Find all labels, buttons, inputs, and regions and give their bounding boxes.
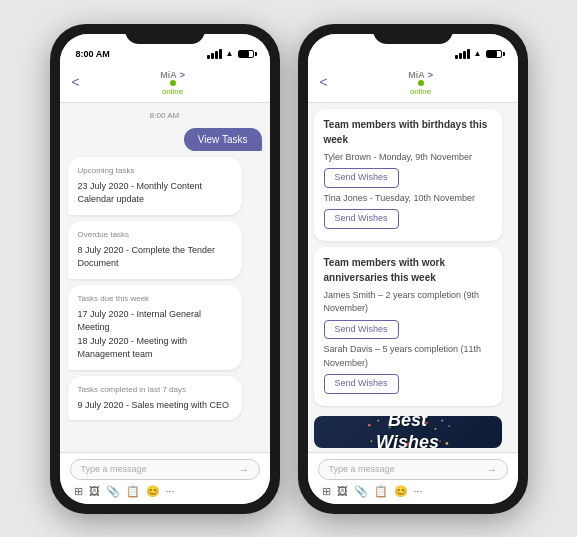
online-dot-left: [170, 80, 176, 86]
sarah-name: Sarah Davis – 5 years completion (11th N…: [324, 343, 492, 370]
status-right-left: ▲: [207, 49, 254, 59]
mia-name-right: MiA: [408, 70, 425, 80]
send-icon-right[interactable]: →: [487, 464, 497, 475]
header-center-right: MiA > online: [336, 68, 506, 96]
birthdays-heading: Team members with birthdays this week: [324, 117, 492, 147]
completed-tasks-bubble: Tasks completed in last 7 days 9 July 20…: [68, 376, 243, 421]
toolbar-left: ⊞ 🖼 📎 📋 😊 ···: [70, 485, 260, 498]
input-row-left: Type a message →: [70, 459, 260, 480]
status-right-right: ▲: [455, 49, 502, 59]
mia-name-left: MiA: [160, 70, 177, 80]
upcoming-item-1: 23 July 2020 - Monthly Content Calendar …: [78, 180, 233, 207]
online-dot-right: [418, 80, 424, 86]
attach-icon-left[interactable]: 📎: [106, 485, 120, 498]
status-time-left: 8:00 AM: [76, 49, 110, 59]
send-wishes-james[interactable]: Send Wishes: [324, 320, 399, 340]
emoji-icon-left[interactable]: 😊: [146, 485, 160, 498]
overdue-tasks-bubble: Overdue tasks 8 July 2020 - Complete the…: [68, 221, 243, 279]
toolbar-right: ⊞ 🖼 📎 📋 😊 ···: [318, 485, 508, 498]
anniversaries-bubble: Team members with work anniversaries thi…: [314, 247, 502, 406]
send-wishes-sarah[interactable]: Send Wishes: [324, 374, 399, 394]
phone-left: 8:00 AM ▲ <: [50, 24, 280, 514]
chat-header-left: < MiA > online: [60, 62, 270, 103]
birthdays-bubble: Team members with birthdays this week Ty…: [314, 109, 502, 241]
completed-title: Tasks completed in last 7 days: [78, 384, 233, 396]
svg-point-11: [445, 442, 448, 445]
svg-point-6: [441, 419, 443, 421]
due-week-item-1: 17 July 2020 - Internal General Meeting: [78, 308, 233, 335]
signal-bar1-r: [455, 55, 458, 59]
grid-icon-left[interactable]: ⊞: [74, 485, 83, 498]
anniversaries-heading: Team members with work anniversaries thi…: [324, 255, 492, 285]
phone-inner-left: 8:00 AM ▲ <: [60, 34, 270, 504]
send-icon-left[interactable]: →: [239, 464, 249, 475]
input-row-right: Type a message →: [318, 459, 508, 480]
header-name-left: MiA >: [88, 68, 258, 80]
signal-right: [455, 49, 470, 59]
tyler-name: Tyler Brown - Monday, 9th November: [324, 151, 492, 165]
header-name-right: MiA >: [336, 68, 506, 80]
time-label-left: 8:00 AM: [68, 111, 262, 120]
svg-point-7: [448, 425, 450, 427]
due-week-title: Tasks due this week: [78, 293, 233, 305]
battery-right: [486, 50, 502, 58]
best-wishes-card: Best Wishes: [314, 416, 502, 448]
svg-point-8: [370, 440, 372, 442]
more-icon-left[interactable]: ···: [166, 485, 175, 498]
signal-left: [207, 49, 222, 59]
battery-fill-left: [239, 51, 250, 57]
phone-inner-right: ▲ < MiA > online: [308, 34, 518, 504]
best-wishes-text-container: Best Wishes: [376, 416, 439, 448]
input-placeholder-right[interactable]: Type a message: [329, 464, 487, 474]
overdue-title: Overdue tasks: [78, 229, 233, 241]
chat-area-left: 8:00 AM View Tasks Upcoming tasks 23 Jul…: [60, 103, 270, 452]
image-icon-right[interactable]: 🖼: [337, 485, 348, 498]
upcoming-title: Upcoming tasks: [78, 165, 233, 177]
best-wishes-line2: Wishes: [376, 432, 439, 448]
best-wishes-line1: Best: [376, 416, 439, 432]
back-button-left[interactable]: <: [72, 74, 80, 90]
svg-point-0: [367, 423, 370, 426]
phone-right: ▲ < MiA > online: [298, 24, 528, 514]
send-wishes-tyler[interactable]: Send Wishes: [324, 168, 399, 188]
header-status-right: online: [336, 87, 506, 96]
message-input-area-right: Type a message → ⊞ 🖼 📎 📋 😊 ···: [308, 452, 518, 504]
upcoming-tasks-bubble: Upcoming tasks 23 July 2020 - Monthly Co…: [68, 157, 243, 215]
wifi-icon-left: ▲: [226, 49, 234, 58]
mia-chevron-right[interactable]: >: [428, 70, 433, 80]
header-status-left: online: [88, 87, 258, 96]
battery-fill-right: [487, 51, 498, 57]
input-placeholder-left[interactable]: Type a message: [81, 464, 239, 474]
james-name: James Smith – 2 years completion (9th No…: [324, 289, 492, 316]
note-icon-right[interactable]: 📋: [374, 485, 388, 498]
image-icon-left[interactable]: 🖼: [89, 485, 100, 498]
tina-name: Tina Jones - Tuesday, 10th November: [324, 192, 492, 206]
back-button-right[interactable]: <: [320, 74, 328, 90]
notch-right: [373, 24, 453, 44]
message-input-area-left: Type a message → ⊞ 🖼 📎 📋 😊 ···: [60, 452, 270, 504]
scene: 8:00 AM ▲ <: [30, 4, 548, 534]
mia-chevron-left[interactable]: >: [180, 70, 185, 80]
grid-icon-right[interactable]: ⊞: [322, 485, 331, 498]
attach-icon-right[interactable]: 📎: [354, 485, 368, 498]
signal-bar3: [215, 51, 218, 59]
emoji-icon-right[interactable]: 😊: [394, 485, 408, 498]
more-icon-right[interactable]: ···: [414, 485, 423, 498]
note-icon-left[interactable]: 📋: [126, 485, 140, 498]
signal-bar1: [207, 55, 210, 59]
overdue-item-1: 8 July 2020 - Complete the Tender Docume…: [78, 244, 233, 271]
view-tasks-bubble: View Tasks: [184, 128, 262, 151]
notch-left: [125, 24, 205, 44]
battery-left: [238, 50, 254, 58]
chat-area-right: Team members with birthdays this week Ty…: [308, 103, 518, 452]
signal-bar4: [219, 49, 222, 59]
due-this-week-bubble: Tasks due this week 17 July 2020 - Inter…: [68, 285, 243, 370]
signal-bar2-r: [459, 53, 462, 59]
signal-bar2: [211, 53, 214, 59]
header-center-left: MiA > online: [88, 68, 258, 96]
due-week-item-2: 18 July 2020 - Meeting with Management t…: [78, 335, 233, 362]
chat-header-right: < MiA > online: [308, 62, 518, 103]
signal-bar3-r: [463, 51, 466, 59]
send-wishes-tina[interactable]: Send Wishes: [324, 209, 399, 229]
completed-item-1: 9 July 2020 - Sales meeting with CEO: [78, 399, 233, 413]
